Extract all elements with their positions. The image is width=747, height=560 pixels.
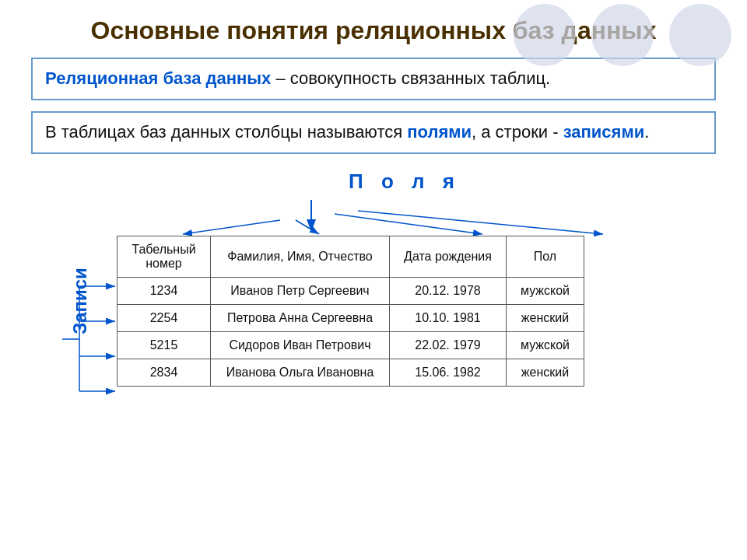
info-text-middle: , а строки -	[472, 122, 563, 142]
deco-circle-3	[669, 4, 731, 66]
cell-1-2: 10.10. 1981	[390, 304, 507, 331]
cell-0-2: 20.12. 1978	[390, 277, 507, 304]
cell-2-0: 5215	[117, 331, 211, 359]
cell-0-1: Иванов Петр Сергеевич	[211, 277, 390, 304]
deco-circle-2	[591, 4, 654, 66]
col-header-name: Фамилия, Имя, Отчество	[211, 236, 390, 277]
svg-line-2	[296, 220, 319, 234]
diagram-area: П о л я	[31, 170, 716, 415]
zapisi-label: Записи	[69, 268, 91, 334]
polya-label: П о л я	[349, 170, 461, 194]
col-header-gender: Пол	[507, 236, 584, 277]
svg-line-1	[183, 220, 280, 234]
info-text-after: .	[644, 122, 649, 142]
cell-0-0: 1234	[117, 277, 211, 304]
definition-text: – совокупность связанных таблиц.	[271, 68, 550, 88]
cell-2-2: 22.02. 1979	[390, 331, 507, 359]
table-header-row: Табельный номер Фамилия, Имя, Отчество Д…	[117, 236, 584, 277]
cell-2-1: Сидоров Иван Петрович	[211, 331, 390, 359]
deco-circle-1	[514, 4, 576, 66]
main-page: Основные понятия реляционных баз данных …	[0, 0, 747, 560]
data-table: Табельный номер Фамилия, Имя, Отчество Д…	[117, 236, 584, 387]
records-word: записями	[563, 122, 645, 142]
fields-word: полями	[407, 122, 472, 142]
cell-3-2: 15.06. 1982	[390, 359, 507, 386]
cell-3-1: Иванова Ольга Ивановна	[211, 359, 390, 386]
cell-3-0: 2834	[117, 359, 211, 386]
table-wrapper: Табельный номер Фамилия, Имя, Отчество Д…	[117, 236, 584, 387]
cell-0-3: мужской	[507, 277, 584, 304]
table-row: 2254Петрова Анна Сергеевна10.10. 1981жен…	[117, 304, 584, 331]
col-header-dob: Дата рождения	[390, 236, 507, 277]
table-row: 2834Иванова Ольга Ивановна15.06. 1982жен…	[117, 359, 584, 386]
cell-1-1: Петрова Анна Сергеевна	[211, 304, 390, 331]
info-text-before: В таблицах баз данных столбцы называются	[45, 122, 407, 142]
table-row: 1234Иванов Петр Сергеевич20.12. 1978мужс…	[117, 277, 584, 304]
col-header-id: Табельный номер	[117, 236, 211, 277]
cell-1-0: 2254	[117, 304, 211, 331]
info-box: В таблицах баз данных столбцы называются…	[31, 111, 716, 154]
cell-2-3: мужской	[507, 331, 584, 359]
diagram-wrapper: Записи Табельный номер Фамилия, Имя, Отч…	[54, 197, 693, 415]
table-row: 5215Сидоров Иван Петрович22.02. 1979мужс…	[117, 331, 584, 359]
cell-1-3: женский	[507, 304, 584, 331]
cell-3-3: женский	[507, 359, 584, 386]
svg-line-3	[335, 214, 482, 234]
definition-highlight: Реляционная база данных	[45, 68, 271, 88]
